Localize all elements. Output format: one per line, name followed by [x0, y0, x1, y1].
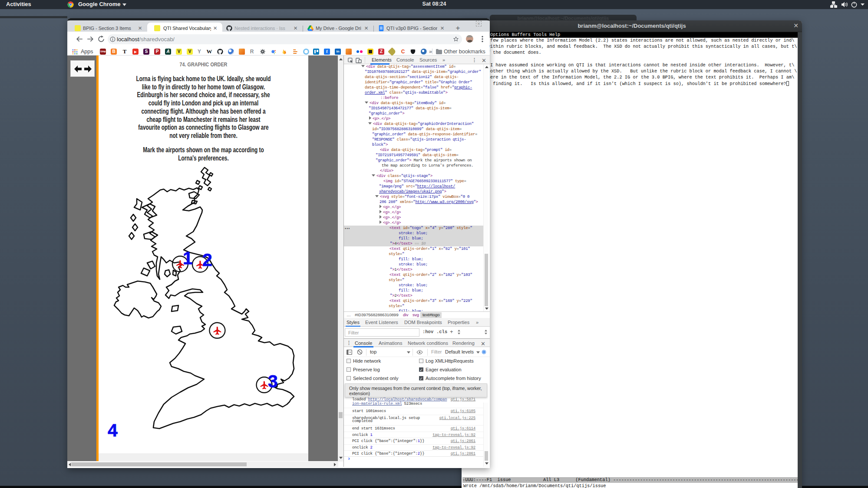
svg-text:4: 4 — [108, 420, 118, 440]
svg-text:2: 2 — [202, 250, 212, 270]
svg-text:1: 1 — [183, 248, 193, 268]
svg-text:3: 3 — [268, 371, 278, 391]
